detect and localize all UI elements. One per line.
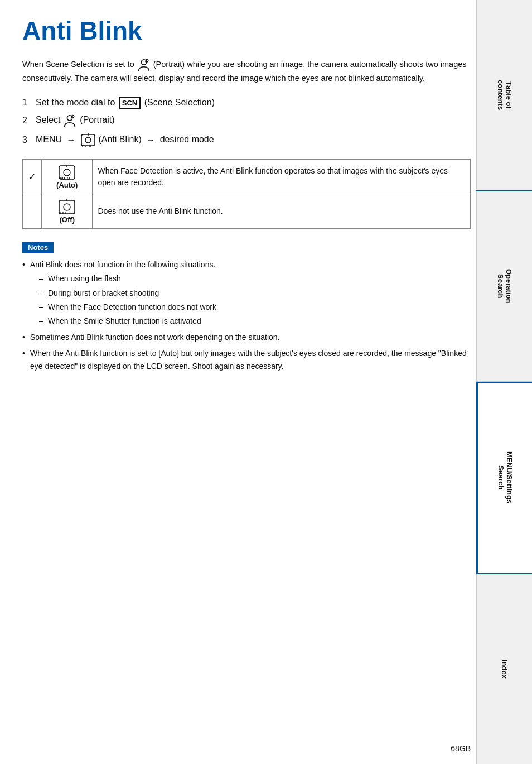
step-3: 3 MENU → AUTO (Anti Blink) → desired mod… (22, 132, 471, 148)
page-num-text: 68GB (451, 744, 471, 753)
intro-paragraph: When Scene Selection is set to (Portrait… (22, 57, 471, 85)
step-3-text: MENU → AUTO (Anti Blink) → desired mode (36, 132, 214, 148)
note-item-3: When the Anti Blink function is set to [… (22, 347, 471, 373)
portrait-icon-intro (137, 57, 151, 72)
svg-point-5 (85, 137, 91, 143)
table-check-off (23, 194, 42, 229)
table-row-off: OFF (Off) Does not use the Anti Blink fu… (23, 194, 471, 229)
notes-content: Anti Blink does not function in the foll… (22, 258, 471, 373)
svg-text:OFF: OFF (60, 211, 67, 215)
page-title: Anti Blink (22, 17, 471, 45)
steps-list: 1 Set the mode dial to SCN (Scene Select… (22, 97, 471, 148)
sidebar-tab-toc-label: Table ofcontents (496, 80, 513, 110)
sidebar-tab-operation[interactable]: OperationSearch (476, 191, 532, 382)
svg-point-13 (64, 204, 70, 210)
note-sub-1-4: When the Smile Shutter function is activ… (39, 315, 471, 328)
table-desc-auto: When Face Detection is active, the Anti … (92, 160, 471, 194)
auto-icon-svg: AUTO (59, 164, 75, 181)
step-3-num: 3 (22, 135, 32, 145)
sidebar-tab-index-label: Index (500, 660, 509, 679)
note-sub-1-3: When the Face Detection function does no… (39, 301, 471, 314)
sidebar: Table ofcontents OperationSearch MENU/Se… (476, 0, 532, 764)
auto-label: (Auto) (56, 181, 78, 189)
notes-section: Notes Anti Blink does not function in th… (22, 242, 471, 373)
off-label: (Off) (60, 215, 75, 224)
anti-blink-icon-step3: AUTO (80, 132, 96, 148)
table-row-auto: ✓ AUTO (Auto) When Face Detection i (23, 160, 471, 194)
step-1: 1 Set the mode dial to SCN (Scene Select… (22, 97, 471, 109)
settings-table: ✓ AUTO (Auto) When Face Detection i (22, 159, 471, 229)
scn-badge: SCN (119, 97, 141, 109)
sidebar-tab-menu[interactable]: MENU/SettingsSearch (476, 383, 532, 573)
svg-text:AUTO: AUTO (60, 176, 70, 180)
note-item-1: Anti Blink does not function in the foll… (22, 258, 471, 327)
off-icon-svg: OFF (59, 199, 75, 215)
sidebar-tab-operation-label: OperationSearch (496, 269, 513, 303)
portrait-icon-step2 (63, 113, 78, 128)
table-check-auto: ✓ (23, 160, 42, 194)
svg-text:AUTO: AUTO (82, 144, 91, 147)
notes-list: Anti Blink does not function in the foll… (22, 258, 471, 373)
main-content: Anti Blink When Scene Selection is set t… (22, 0, 471, 398)
sidebar-tab-menu-label: MENU/SettingsSearch (497, 451, 514, 503)
table-icon-auto: AUTO (Auto) (42, 160, 92, 194)
table-desc-off: Does not use the Anti Blink function. (92, 194, 471, 229)
table-icon-off: OFF (Off) (42, 194, 92, 229)
step-2-num: 2 (22, 116, 32, 126)
sidebar-tab-index[interactable]: Index (476, 574, 532, 764)
notes-label: Notes (22, 242, 54, 253)
step-2: 2 Select (Portrait) (22, 113, 471, 128)
step-2-text: Select (Portrait) (36, 113, 115, 128)
svg-point-9 (64, 169, 70, 176)
sidebar-tab-toc[interactable]: Table ofcontents (476, 0, 532, 190)
note-sublist-1: When using the flash During burst or bra… (30, 272, 471, 327)
step-1-num: 1 (22, 98, 32, 108)
note-sub-1-2: During burst or bracket shooting (39, 287, 471, 300)
step-1-text: Set the mode dial to SCN (Scene Selectio… (36, 97, 215, 109)
page-number: 68GB (451, 744, 471, 753)
note-item-2: Sometimes Anti Blink function does not w… (22, 331, 471, 344)
note-sub-1-1: When using the flash (39, 272, 471, 285)
